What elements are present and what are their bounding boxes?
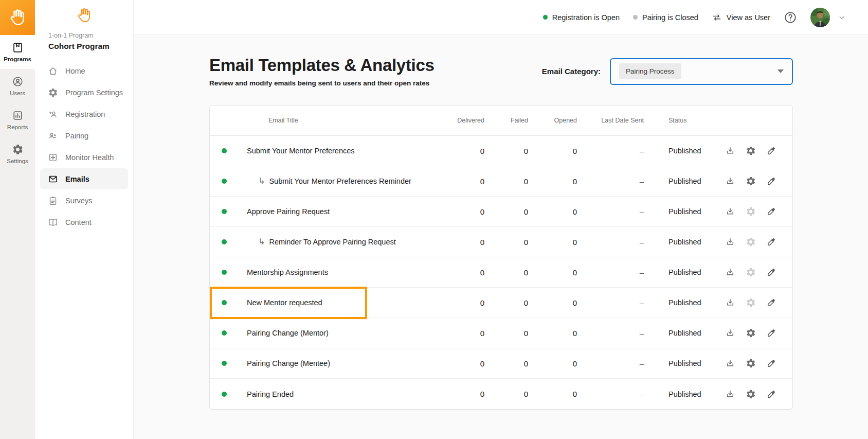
email-settings-button[interactable] xyxy=(744,144,758,158)
program-menu: Home Program Settings Registration Pairi… xyxy=(35,60,133,233)
table-row[interactable]: Pairing Ended 0 0 0 – Published xyxy=(210,379,792,409)
table-row[interactable]: Pairing Change (Mentee) 0 0 0 – Publishe… xyxy=(210,348,792,379)
status-label: Published xyxy=(656,238,723,246)
sidebar-item-content[interactable]: Content xyxy=(40,212,128,233)
download-icon xyxy=(725,328,735,338)
main-area: Registration is Open Pairing is Closed V… xyxy=(134,0,868,439)
email-settings-button[interactable] xyxy=(744,326,758,340)
email-settings-button[interactable] xyxy=(744,356,758,371)
edit-email-button[interactable] xyxy=(764,204,779,219)
sidebar-item-program-settings[interactable]: Program Settings xyxy=(40,82,128,103)
email-settings-button xyxy=(744,295,758,310)
table-row[interactable]: Approve Pairing Request 0 0 0 – Publishe… xyxy=(210,197,792,227)
page-title: Email Templates & Analytics xyxy=(209,56,435,75)
download-report-button[interactable] xyxy=(723,326,737,340)
users-icon xyxy=(12,76,24,87)
sidebar-item-monitor-health[interactable]: Monitor Health xyxy=(40,147,128,168)
pencil-icon xyxy=(766,206,776,217)
app-logo[interactable] xyxy=(0,0,35,35)
rail-item-programs[interactable]: Programs xyxy=(0,35,35,69)
download-report-button[interactable] xyxy=(723,235,737,249)
gear-icon xyxy=(746,146,756,156)
user-avatar[interactable] xyxy=(810,8,830,27)
email-settings-button xyxy=(744,204,758,219)
delivered-count: 0 xyxy=(440,298,486,307)
download-report-button[interactable] xyxy=(723,356,737,371)
edit-email-button[interactable] xyxy=(764,326,779,340)
program-sidebar: 1-on-1 Program Cohort Program Home Progr… xyxy=(35,0,134,439)
status-dot xyxy=(543,15,548,20)
failed-count: 0 xyxy=(486,238,530,247)
pencil-icon xyxy=(766,237,776,247)
download-report-button[interactable] xyxy=(723,387,737,401)
sidebar-item-home[interactable]: Home xyxy=(40,60,128,81)
table-row[interactable]: ↳ Submit Your Mentor Preferences Reminde… xyxy=(210,166,792,197)
table-row[interactable]: Mentorship Assignments 0 0 0 – Published xyxy=(210,257,792,288)
edit-email-button[interactable] xyxy=(764,144,779,158)
email-category-select[interactable]: Pairing Process xyxy=(610,58,793,85)
table-row[interactable]: Submit Your Mentor Preferences 0 0 0 – P… xyxy=(210,136,792,166)
rail-item-users[interactable]: Users xyxy=(0,69,35,103)
status-label: Published xyxy=(656,390,723,398)
program-name[interactable]: Cohort Program xyxy=(48,42,133,51)
email-title: Mentorship Assignments xyxy=(247,268,328,276)
download-report-button[interactable] xyxy=(723,265,737,279)
table-body: Submit Your Mentor Preferences 0 0 0 – P… xyxy=(210,136,792,409)
rail-item-reports[interactable]: Reports xyxy=(0,103,35,137)
download-report-button[interactable] xyxy=(723,144,737,158)
email-category-label: Email Category: xyxy=(542,67,601,76)
help-button[interactable] xyxy=(784,11,797,24)
view-as-user-button[interactable]: View as User xyxy=(712,12,770,23)
delivered-count: 0 xyxy=(440,207,486,216)
download-icon xyxy=(725,267,735,277)
download-icon xyxy=(725,206,735,217)
health-icon xyxy=(48,152,58,163)
download-icon xyxy=(725,237,735,247)
email-title: Submit Your Mentor Preferences xyxy=(247,147,355,155)
table-row[interactable]: Pairing Change (Mentor) 0 0 0 – Publishe… xyxy=(210,318,792,348)
last-date-sent: – xyxy=(579,359,656,368)
menu-item-label: Registration xyxy=(65,110,105,118)
edit-email-button[interactable] xyxy=(764,265,779,279)
sidebar-item-surveys[interactable]: Surveys xyxy=(40,190,128,211)
sidebar-item-pairing[interactable]: Pairing xyxy=(40,125,128,146)
edit-email-button[interactable] xyxy=(764,295,779,310)
view-as-user-label: View as User xyxy=(727,13,770,22)
sidebar-item-emails[interactable]: Emails xyxy=(40,168,128,189)
edit-email-button[interactable] xyxy=(764,174,779,188)
active-dot xyxy=(222,270,227,275)
menu-item-label: Home xyxy=(65,67,85,75)
download-report-button[interactable] xyxy=(723,295,737,310)
active-dot xyxy=(222,361,227,366)
download-report-button[interactable] xyxy=(723,174,737,188)
swap-arrows-icon xyxy=(712,12,722,23)
email-settings-button[interactable] xyxy=(744,174,758,188)
email-category-value: Pairing Process xyxy=(619,63,681,79)
status-label: Published xyxy=(656,298,723,307)
edit-email-button[interactable] xyxy=(764,356,779,371)
download-report-button[interactable] xyxy=(723,204,737,219)
menu-item-label: Pairing xyxy=(65,132,88,140)
failed-count: 0 xyxy=(486,390,530,398)
status-label: Published xyxy=(656,359,723,367)
email-title: Pairing Change (Mentor) xyxy=(247,329,329,337)
sidebar-item-registration[interactable]: Registration xyxy=(40,103,128,125)
table-row[interactable]: ↳ Reminder To Approve Pairing Request 0 … xyxy=(210,227,792,257)
email-settings-button xyxy=(744,265,758,279)
pencil-icon xyxy=(766,358,776,368)
status-label: Published xyxy=(656,329,723,337)
last-date-sent: – xyxy=(579,268,656,277)
rail-item-settings[interactable]: Settings xyxy=(0,137,35,171)
delivered-count: 0 xyxy=(440,177,486,186)
download-icon xyxy=(725,176,735,186)
edit-email-button[interactable] xyxy=(764,235,779,249)
pairing-status: Pairing is Closed xyxy=(633,13,698,22)
email-settings-button[interactable] xyxy=(744,387,758,401)
account-chevron-down-icon[interactable] xyxy=(837,13,846,22)
rail-item-label: Users xyxy=(10,90,25,96)
edit-email-button[interactable] xyxy=(764,387,779,401)
pencil-icon xyxy=(766,389,776,399)
table-row[interactable]: New Mentor requested 0 0 0 – Published xyxy=(210,288,792,318)
active-dot xyxy=(222,300,227,305)
survey-icon xyxy=(48,196,58,206)
